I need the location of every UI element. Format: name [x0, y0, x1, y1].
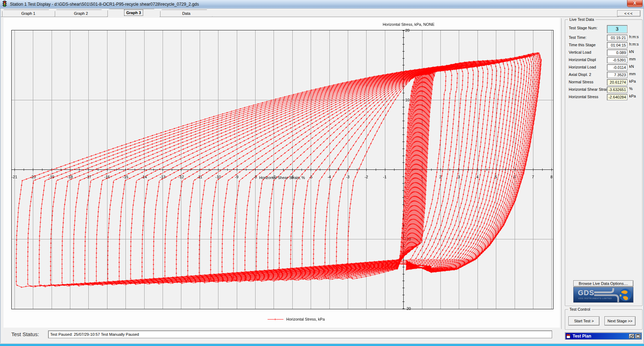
live-row-label: Test Time: [569, 35, 586, 40]
live-value-field: -0.0114 [607, 64, 627, 71]
live-row: Test Stage Num:3 [565, 25, 642, 34]
live-value-field: -0.5391 [607, 57, 627, 63]
title-bar: Station 1 Test Display - d:\GDS-shear\S0… [0, 0, 644, 8]
live-value-field: 01:04:15 [607, 42, 627, 48]
live-row: Time this Stage01:04:15h:m:s [565, 42, 642, 49]
close-icon: X [633, 1, 636, 6]
live-value-field: -3.632651 [607, 86, 627, 93]
live-row-unit: kPa [629, 94, 636, 98]
live-row-label: Normal Stress [569, 80, 593, 84]
tab-graph-2[interactable]: Graph 2 [55, 10, 107, 17]
gds-logo-subtext: GDS INSTRUMENTS LIMITED [578, 297, 612, 299]
legend-line-sample [268, 319, 283, 320]
live-row: Horizontal Load-0.0114kN [565, 64, 642, 71]
live-row-label: Axial Displ. 2 [569, 72, 591, 77]
live-row: Horizontal Displ-0.5391mm [565, 57, 642, 64]
test-status-label: Test Status: [11, 331, 39, 337]
live-value-field: 7.3523 [607, 72, 627, 78]
tab-baseline [0, 17, 619, 17]
live-row-unit: kN [629, 49, 634, 54]
live-row-label: Horizontal Shear Strain [569, 87, 609, 91]
live-test-data-group: Live Test Data Test Stage Num:3Test Time… [565, 19, 643, 306]
tab-bar: Graph 1Graph 2Graph 3Data <<< [0, 8, 644, 17]
chart-title: Horizontal Stress, kPa, NONE [383, 22, 435, 26]
window-left-edge [0, 8, 1, 343]
tab-graph-1[interactable]: Graph 1 [2, 10, 54, 17]
traffic-light-icon [2, 1, 7, 7]
next-stage-button[interactable]: Next Stage >> [604, 316, 636, 326]
tab-graph-3[interactable]: Graph 3 [107, 9, 160, 17]
legend-label: Horizontal Stress, kPa [286, 317, 325, 321]
tab-label: Graph 2 [74, 11, 88, 16]
live-row-label: Horizontal Load [569, 65, 596, 69]
live-value-field: 20.61274 [607, 79, 627, 85]
live-row-unit: kPa [629, 79, 636, 83]
live-value-field: 0.089 [607, 49, 627, 56]
live-row: Test Time:01:15:21h:m:s [565, 35, 642, 42]
collapse-panel-button[interactable]: <<< [617, 10, 640, 17]
live-row-label: Vertical Load [569, 50, 591, 54]
live-row-label: Horizontal Displ [569, 58, 596, 62]
panel-divider [561, 18, 562, 329]
live-row: Normal Stress20.61274kPa [565, 79, 642, 86]
window-title: Station 1 Test Display - d:\GDS-shear\S0… [10, 2, 199, 7]
test-status-field: Test Paused: 25/07/29-10:57 Test Manuall… [48, 330, 552, 338]
live-row-unit: mm [629, 57, 636, 61]
live-value-field: -2.640284 [607, 94, 627, 100]
live-row-unit: h:m:s [629, 42, 639, 46]
chart-canvas [4, 18, 560, 328]
live-value-field: 3 [607, 25, 627, 33]
tab-label: Data [182, 11, 190, 16]
gds-logo: GDS GDS INSTRUMENTS LIMITED [573, 287, 633, 303]
live-row: Axial Displ. 27.3523mm [565, 72, 642, 79]
live-row-unit: mm [629, 72, 636, 76]
tab-data[interactable]: Data [160, 10, 212, 17]
live-row-label: Horizontal Stress [569, 95, 598, 99]
live-test-data-title: Live Test Data [568, 17, 596, 22]
live-row-unit: % [629, 86, 633, 91]
status-bar: Test Status: Test Paused: 25/07/29-10:57… [0, 329, 644, 340]
live-value-field: 01:15:21 [607, 35, 627, 41]
browse-live-data-options-button[interactable]: Browse Live Data Options.... [573, 280, 633, 287]
chart-legend: Horizontal Stress, kPa [268, 317, 325, 321]
live-row-label: Test Stage Num: [569, 26, 597, 30]
close-button[interactable]: X [627, 0, 643, 7]
live-row: Vertical Load0.089kN [565, 49, 642, 56]
tab-label: Graph 1 [21, 11, 35, 16]
gds-logo-text: GDS [578, 289, 594, 297]
test-control-title: Test Control [568, 307, 592, 311]
tab-label: Graph 3 [125, 10, 142, 15]
live-row-label: Time this Stage [569, 43, 596, 47]
live-row: Horizontal Shear Strain-3.632651% [565, 86, 642, 94]
live-row-unit: kN [629, 64, 634, 68]
live-row: Horizontal Stress-2.640284kPa [565, 94, 642, 101]
live-row-unit: h:m:s [629, 35, 639, 39]
window-bottom-edge [0, 343, 644, 346]
start-test-button[interactable]: Start Test > [568, 316, 599, 326]
chart-panel: Horizontal Stress, kPa, NONE Horizontal … [4, 18, 560, 328]
